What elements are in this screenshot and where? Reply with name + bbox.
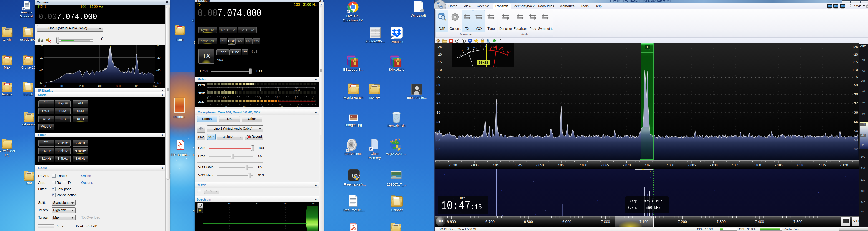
svg-text:7.030: 7.030 (449, 163, 457, 167)
svg-text:4: 4 (242, 88, 243, 91)
svg-text:7.085: 7.085 (688, 163, 695, 167)
svg-text:7.035: 7.035 (470, 163, 478, 167)
svg-text:7.120: 7.120 (840, 163, 848, 167)
svg-text:3: 3 (294, 97, 296, 100)
svg-text:6: 6 (260, 88, 261, 91)
svg-text:4: 4 (312, 97, 313, 100)
svg-text:2: 2 (224, 88, 225, 91)
svg-text:7.075: 7.075 (644, 163, 652, 167)
svg-text:75: 75 (261, 105, 264, 108)
svg-text:7.105: 7.105 (775, 163, 782, 167)
svg-text:6.900: 6.900 (562, 220, 571, 224)
svg-text:+40: +40 (498, 47, 503, 50)
svg-text:+60: +60 (505, 50, 510, 53)
svg-text:1.5: 1.5 (257, 97, 261, 100)
svg-text:+20: +20 (490, 45, 496, 49)
svg-text:6.600: 6.600 (447, 220, 456, 224)
svg-text:7.200: 7.200 (678, 220, 687, 224)
svg-text:7.070: 7.070 (623, 163, 630, 167)
svg-text:7.095: 7.095 (731, 163, 739, 167)
svg-text:10 W: 10 W (294, 88, 301, 91)
svg-text:7.090: 7.090 (709, 163, 717, 167)
svg-text:50: 50 (243, 105, 246, 108)
svg-text:7.065: 7.065 (601, 163, 609, 167)
svg-text:0: 0 (207, 105, 208, 108)
svg-text:1.1: 1.1 (222, 97, 226, 100)
svg-text:7.055: 7.055 (557, 163, 565, 167)
svg-text:1: 1 (646, 45, 648, 49)
svg-text:7.000: 7.000 (601, 220, 610, 224)
svg-text:8: 8 (278, 88, 280, 91)
svg-text:7.115: 7.115 (818, 163, 826, 167)
svg-text:7.100: 7.100 (640, 220, 649, 224)
svg-text:6.800: 6.800 (524, 220, 533, 224)
svg-text:100: 100 (278, 105, 283, 108)
svg-text:0: 0 (207, 88, 208, 91)
svg-text:1: 1 (207, 97, 208, 100)
svg-text:1: 1 (461, 49, 463, 52)
svg-text:3: 3 (467, 46, 469, 50)
svg-text:7.100: 7.100 (753, 163, 761, 167)
svg-text:7: 7 (479, 44, 481, 48)
svg-text:7.300: 7.300 (716, 220, 725, 224)
svg-text:6.700: 6.700 (486, 220, 495, 224)
svg-text:5: 5 (473, 45, 475, 49)
svg-text:7.050: 7.050 (536, 163, 544, 167)
svg-text:7.060: 7.060 (579, 163, 587, 167)
svg-text:7.400: 7.400 (755, 220, 764, 224)
svg-text:125: 125 (297, 105, 301, 108)
svg-text:7.080: 7.080 (666, 163, 674, 167)
svg-text:7.500: 7.500 (794, 220, 803, 224)
svg-text:2: 2 (276, 97, 278, 100)
svg-text:7.040: 7.040 (492, 163, 500, 167)
svg-text:25: 25 (224, 105, 227, 108)
svg-text:7.045: 7.045 (514, 163, 522, 167)
svg-text:S9+23: S9+23 (478, 61, 488, 64)
svg-text:7.110: 7.110 (797, 163, 804, 167)
